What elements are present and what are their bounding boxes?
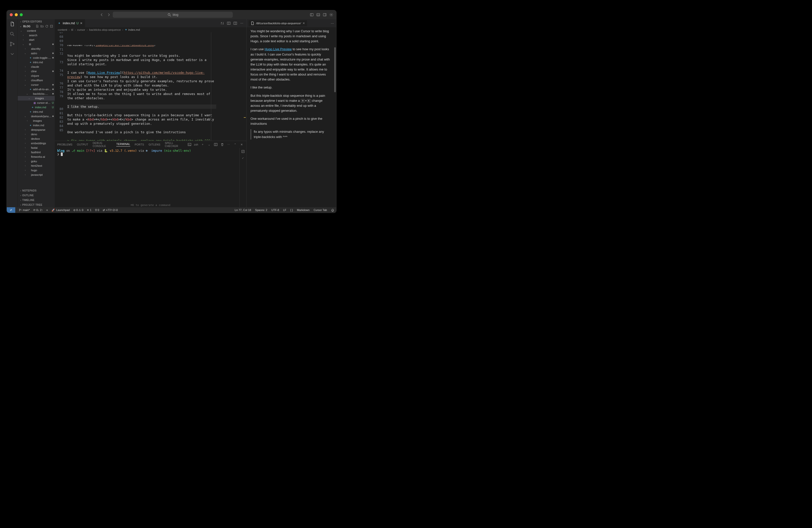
terminal-dropdown-icon[interactable]: ⌄: [207, 143, 211, 147]
terminal-launch-icon[interactable]: [188, 143, 191, 147]
breadcrumbs[interactable]: content›til›cursor›backticks-stop-sequen…: [55, 27, 246, 32]
problems-status[interactable]: ⊘ 0 ⚠ 0: [73, 208, 83, 212]
tree-folder[interactable]: ›fireworks-ai: [18, 155, 55, 159]
maximize-panel-icon[interactable]: [241, 149, 245, 153]
breadcrumb-segment[interactable]: content: [58, 28, 67, 31]
panel-tab-spell-checker[interactable]: SPELL CHECKER: [165, 142, 183, 147]
preview-scroll-thumb[interactable]: [334, 47, 336, 92]
panel-close-icon[interactable]: ✕: [240, 143, 244, 147]
nav-forward-icon[interactable]: [107, 13, 111, 17]
tree-file[interactable]: ✦add-alt-to-an-i…: [18, 87, 55, 91]
cursor-position[interactable]: Ln 77, Col 18: [235, 208, 251, 211]
window-close[interactable]: [10, 13, 13, 16]
panel-tab-gitlens[interactable]: GITLENS: [148, 143, 160, 146]
tree-folder[interactable]: ›cloudflare: [18, 78, 55, 83]
tree-folder[interactable]: ›clojure: [18, 73, 55, 78]
preview-side-icon[interactable]: [227, 21, 231, 25]
git-sync-status[interactable]: ⟳ 0↓ 2↑: [33, 208, 43, 212]
tree-folder[interactable]: ⌄content: [18, 29, 55, 33]
outline-section[interactable]: ›OUTLINE: [18, 193, 55, 198]
preview-body[interactable]: You might be wondering why I use Cursor …: [246, 27, 336, 207]
eol-status[interactable]: LF: [283, 208, 286, 211]
collapse-icon[interactable]: [50, 25, 53, 28]
tree-folder[interactable]: ›javascript: [18, 173, 55, 177]
tree-file[interactable]: ✦index.md: [18, 123, 55, 128]
explorer-icon[interactable]: [10, 21, 15, 27]
tree-folder[interactable]: ›embeddings: [18, 141, 55, 146]
tree-folder[interactable]: ›devbox: [18, 136, 55, 141]
tree-folder[interactable]: ⌄images: [18, 96, 55, 101]
bracket-status[interactable]: { }: [290, 208, 293, 211]
refresh-icon[interactable]: [45, 25, 48, 28]
project-tree-section[interactable]: ›PROJECT TREE: [18, 203, 55, 207]
tree-file[interactable]: ✦intro.md: [18, 60, 55, 64]
compare-icon[interactable]: [220, 21, 224, 25]
cursor-tab-status[interactable]: Cursor Tab: [314, 208, 327, 211]
panel-tab-ports[interactable]: PORTS: [135, 143, 144, 146]
panel-more-icon[interactable]: ⋯: [227, 143, 231, 147]
timeline-section[interactable]: ›TIMELINE: [18, 198, 55, 203]
panel-up-icon[interactable]: ⌃: [233, 143, 237, 147]
tree-folder[interactable]: ›cline: [18, 69, 55, 73]
tree-file[interactable]: ✦index.mdU: [18, 105, 55, 109]
tree-file[interactable]: ▦cursor-st…U: [18, 101, 55, 105]
settings-gear-icon[interactable]: [329, 13, 333, 17]
radio-status[interactable]: ⚲ 0: [95, 208, 99, 212]
chevron-down-icon[interactable]: [10, 51, 15, 57]
indentation-status[interactable]: Spaces: 2: [255, 208, 267, 211]
panel-tab-output[interactable]: OUTPUT: [77, 143, 88, 146]
code-content[interactable]: Markdown file](images/cursor-stop-sequen…: [67, 32, 246, 141]
panel-tab-terminal[interactable]: TERMINAL: [116, 143, 130, 147]
text-editor[interactable]: 676869707172 73 7475 76777879 8081828384…: [55, 32, 246, 141]
panel-left-icon[interactable]: [310, 13, 314, 17]
tree-file[interactable]: ✦code-toggle-co…: [18, 56, 55, 60]
panel-right-icon[interactable]: [323, 13, 327, 17]
panel-tab-problems[interactable]: PROBLEMS: [57, 143, 72, 146]
notifications-icon[interactable]: [331, 208, 334, 212]
tree-folder[interactable]: ›alacritty: [18, 46, 55, 51]
window-minimize[interactable]: [15, 13, 18, 16]
tree-folder[interactable]: ›fastai: [18, 146, 55, 150]
tree-folder[interactable]: ⌄backticks-…: [18, 91, 55, 96]
launchpad-status[interactable]: 🚀Launchpad: [52, 208, 70, 212]
tree-folder[interactable]: ›hugo: [18, 168, 55, 173]
terminal-input-line[interactable]: ❯ █: [57, 152, 237, 156]
git-graph-status[interactable]: ⎆: [46, 208, 48, 211]
preview-tab-close-icon[interactable]: ✕: [303, 21, 305, 25]
open-editors-section[interactable]: › OPEN EDITORS: [18, 19, 55, 24]
nav-back-icon[interactable]: [100, 13, 104, 17]
breadcrumb-segment[interactable]: ✦ index.md: [125, 28, 140, 31]
kill-terminal-icon[interactable]: [220, 143, 224, 147]
tree-folder[interactable]: ›claude: [18, 64, 55, 69]
editor-tab-index-md[interactable]: ✦ index.md U ✕: [55, 19, 85, 27]
flame-status[interactable]: ✕ 1: [87, 208, 91, 212]
breadcrumb-segment[interactable]: cursor: [77, 28, 85, 31]
language-mode[interactable]: Markdown: [297, 208, 310, 211]
new-file-icon[interactable]: [35, 25, 39, 28]
tree-folder[interactable]: ›start: [18, 38, 55, 42]
tree-folder[interactable]: ›html2text: [18, 163, 55, 168]
breadcrumb-segment[interactable]: backticks-stop-sequence: [89, 28, 121, 31]
minimap[interactable]: [221, 32, 246, 141]
tree-folder[interactable]: ⌄astro: [18, 51, 55, 56]
source-control-icon[interactable]: [10, 41, 15, 47]
panel-bottom-icon[interactable]: [316, 13, 320, 17]
git-diff-status[interactable]: ⇄ +77/~2/-0: [103, 208, 118, 212]
accept-icon[interactable]: ✓: [241, 156, 245, 160]
remote-indicator[interactable]: [7, 207, 15, 213]
split-editor-icon[interactable]: [233, 21, 237, 25]
file-tree[interactable]: ⌄content›search›start⌄til›alacritty⌄astr…: [18, 29, 55, 188]
tree-folder[interactable]: ⌄deekseek/janus-…: [18, 114, 55, 118]
tree-folder[interactable]: ›goku: [18, 159, 55, 163]
tree-folder[interactable]: ›fasthtml: [18, 150, 55, 155]
git-branch-status[interactable]: main*: [19, 208, 30, 211]
encoding-status[interactable]: UTF-8: [271, 208, 279, 211]
notepads-section[interactable]: ›NOTEPADS: [18, 188, 55, 193]
preview-tab[interactable]: /til/cursor/backticks-stop-sequence/ ✕: [248, 20, 307, 26]
tree-folder[interactable]: ›search: [18, 33, 55, 38]
preview-scrollbar[interactable]: [334, 27, 336, 207]
new-folder-icon[interactable]: [40, 25, 44, 28]
more-icon[interactable]: ⋯: [240, 21, 244, 25]
explorer-section[interactable]: ⌄ BLOG: [18, 24, 55, 29]
window-maximize[interactable]: [20, 13, 23, 16]
